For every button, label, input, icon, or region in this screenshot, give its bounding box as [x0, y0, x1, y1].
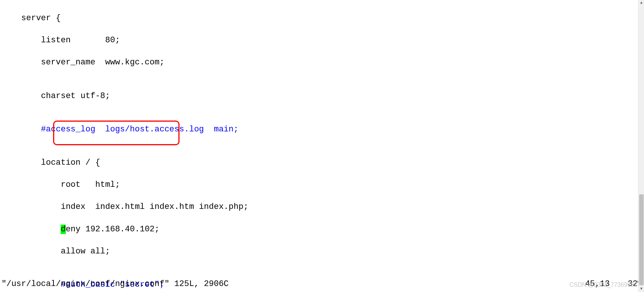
code-line: charset utf-8;	[1, 91, 643, 102]
scrollbar[interactable]: ▲ ▼	[638, 0, 644, 292]
code-line: server_name www.kgc.com;	[1, 57, 643, 68]
scrollbar-up-icon[interactable]: ▲	[638, 0, 644, 6]
scrollbar-thumb[interactable]	[639, 194, 644, 285]
code-line: index index.html index.htm index.php;	[1, 201, 643, 213]
code-line: server {	[1, 13, 643, 24]
vim-status-bar: "/usr/local/nginx/conf/nginx.conf" 125L,…	[1, 279, 643, 290]
code-editor[interactable]: server { listen 80; server_name www.kgc.…	[0, 0, 644, 292]
cursor-position: 45,13	[585, 279, 610, 290]
code-line: location / {	[1, 157, 643, 168]
code-line-comment: #access_log logs/host.access.log main;	[1, 124, 643, 135]
scrollbar-down-icon[interactable]: ▼	[638, 286, 644, 292]
code-line: root html;	[1, 179, 643, 191]
cursor: d	[61, 225, 65, 234]
code-line-cursor: deny 192.168.40.102;	[1, 224, 643, 235]
code-line: listen 80;	[1, 35, 643, 46]
file-info: "/usr/local/nginx/conf/nginx.conf" 125L,…	[1, 279, 229, 290]
code-line: allow all;	[1, 246, 643, 257]
